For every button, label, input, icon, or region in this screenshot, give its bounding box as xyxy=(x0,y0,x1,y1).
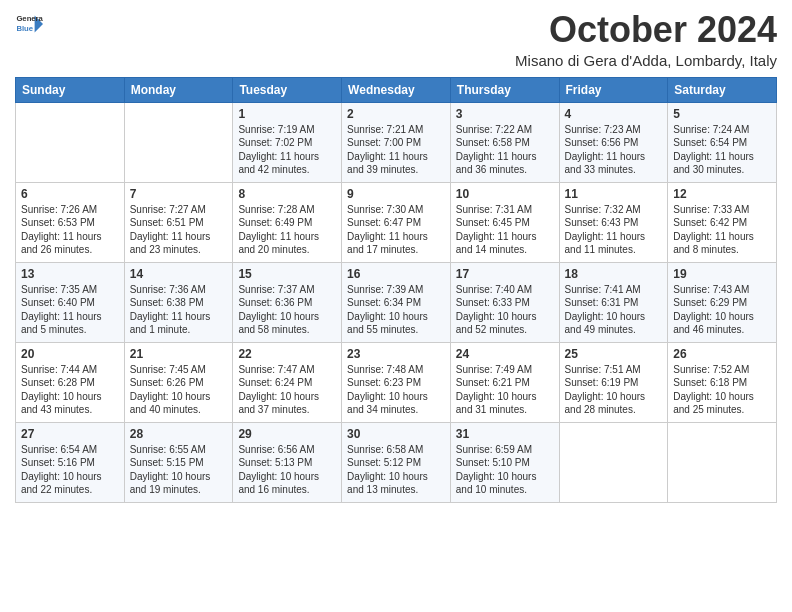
calendar-cell: 22Sunrise: 7:47 AMSunset: 6:24 PMDayligh… xyxy=(233,342,342,422)
svg-text:Blue: Blue xyxy=(16,24,33,33)
day-number: 5 xyxy=(673,107,771,121)
calendar-cell: 17Sunrise: 7:40 AMSunset: 6:33 PMDayligh… xyxy=(450,262,559,342)
calendar-cell: 25Sunrise: 7:51 AMSunset: 6:19 PMDayligh… xyxy=(559,342,668,422)
day-info: Sunrise: 7:41 AMSunset: 6:31 PMDaylight:… xyxy=(565,283,663,337)
calendar-cell: 5Sunrise: 7:24 AMSunset: 6:54 PMDaylight… xyxy=(668,102,777,182)
calendar-cell: 2Sunrise: 7:21 AMSunset: 7:00 PMDaylight… xyxy=(342,102,451,182)
day-info: Sunrise: 7:43 AMSunset: 6:29 PMDaylight:… xyxy=(673,283,771,337)
day-info: Sunrise: 7:21 AMSunset: 7:00 PMDaylight:… xyxy=(347,123,445,177)
day-info: Sunrise: 7:19 AMSunset: 7:02 PMDaylight:… xyxy=(238,123,336,177)
logo: General Blue xyxy=(15,10,47,38)
day-info: Sunrise: 7:48 AMSunset: 6:23 PMDaylight:… xyxy=(347,363,445,417)
day-info: Sunrise: 7:24 AMSunset: 6:54 PMDaylight:… xyxy=(673,123,771,177)
calendar-cell: 20Sunrise: 7:44 AMSunset: 6:28 PMDayligh… xyxy=(16,342,125,422)
day-number: 18 xyxy=(565,267,663,281)
calendar-cell: 7Sunrise: 7:27 AMSunset: 6:51 PMDaylight… xyxy=(124,182,233,262)
day-number: 31 xyxy=(456,427,554,441)
calendar-cell: 30Sunrise: 6:58 AMSunset: 5:12 PMDayligh… xyxy=(342,422,451,502)
calendar-cell xyxy=(559,422,668,502)
title-area: October 2024 Misano di Gera d'Adda, Lomb… xyxy=(515,10,777,69)
svg-text:General: General xyxy=(16,14,43,23)
day-info: Sunrise: 7:26 AMSunset: 6:53 PMDaylight:… xyxy=(21,203,119,257)
day-number: 10 xyxy=(456,187,554,201)
calendar-cell: 1Sunrise: 7:19 AMSunset: 7:02 PMDaylight… xyxy=(233,102,342,182)
day-number: 22 xyxy=(238,347,336,361)
day-info: Sunrise: 7:52 AMSunset: 6:18 PMDaylight:… xyxy=(673,363,771,417)
day-number: 20 xyxy=(21,347,119,361)
day-info: Sunrise: 7:27 AMSunset: 6:51 PMDaylight:… xyxy=(130,203,228,257)
location: Misano di Gera d'Adda, Lombardy, Italy xyxy=(515,52,777,69)
calendar-table: SundayMondayTuesdayWednesdayThursdayFrid… xyxy=(15,77,777,503)
calendar-cell: 29Sunrise: 6:56 AMSunset: 5:13 PMDayligh… xyxy=(233,422,342,502)
day-info: Sunrise: 7:51 AMSunset: 6:19 PMDaylight:… xyxy=(565,363,663,417)
day-info: Sunrise: 7:33 AMSunset: 6:42 PMDaylight:… xyxy=(673,203,771,257)
column-header-friday: Friday xyxy=(559,77,668,102)
calendar-cell xyxy=(668,422,777,502)
day-info: Sunrise: 7:22 AMSunset: 6:58 PMDaylight:… xyxy=(456,123,554,177)
column-header-saturday: Saturday xyxy=(668,77,777,102)
day-number: 29 xyxy=(238,427,336,441)
day-number: 6 xyxy=(21,187,119,201)
day-number: 11 xyxy=(565,187,663,201)
calendar-cell xyxy=(16,102,125,182)
day-info: Sunrise: 7:23 AMSunset: 6:56 PMDaylight:… xyxy=(565,123,663,177)
day-info: Sunrise: 7:39 AMSunset: 6:34 PMDaylight:… xyxy=(347,283,445,337)
calendar-cell: 11Sunrise: 7:32 AMSunset: 6:43 PMDayligh… xyxy=(559,182,668,262)
calendar-cell: 21Sunrise: 7:45 AMSunset: 6:26 PMDayligh… xyxy=(124,342,233,422)
calendar-cell: 27Sunrise: 6:54 AMSunset: 5:16 PMDayligh… xyxy=(16,422,125,502)
day-number: 15 xyxy=(238,267,336,281)
day-number: 25 xyxy=(565,347,663,361)
day-info: Sunrise: 7:31 AMSunset: 6:45 PMDaylight:… xyxy=(456,203,554,257)
day-number: 21 xyxy=(130,347,228,361)
calendar-cell: 16Sunrise: 7:39 AMSunset: 6:34 PMDayligh… xyxy=(342,262,451,342)
calendar-cell: 10Sunrise: 7:31 AMSunset: 6:45 PMDayligh… xyxy=(450,182,559,262)
page-header: General Blue October 2024 Misano di Gera… xyxy=(15,10,777,69)
day-number: 23 xyxy=(347,347,445,361)
day-number: 27 xyxy=(21,427,119,441)
day-info: Sunrise: 7:30 AMSunset: 6:47 PMDaylight:… xyxy=(347,203,445,257)
calendar-cell: 9Sunrise: 7:30 AMSunset: 6:47 PMDaylight… xyxy=(342,182,451,262)
day-number: 7 xyxy=(130,187,228,201)
column-header-thursday: Thursday xyxy=(450,77,559,102)
day-number: 2 xyxy=(347,107,445,121)
day-number: 16 xyxy=(347,267,445,281)
calendar-cell: 6Sunrise: 7:26 AMSunset: 6:53 PMDaylight… xyxy=(16,182,125,262)
day-info: Sunrise: 7:28 AMSunset: 6:49 PMDaylight:… xyxy=(238,203,336,257)
day-number: 8 xyxy=(238,187,336,201)
day-number: 30 xyxy=(347,427,445,441)
day-number: 17 xyxy=(456,267,554,281)
day-info: Sunrise: 6:56 AMSunset: 5:13 PMDaylight:… xyxy=(238,443,336,497)
calendar-cell: 19Sunrise: 7:43 AMSunset: 6:29 PMDayligh… xyxy=(668,262,777,342)
calendar-cell: 14Sunrise: 7:36 AMSunset: 6:38 PMDayligh… xyxy=(124,262,233,342)
calendar-cell: 24Sunrise: 7:49 AMSunset: 6:21 PMDayligh… xyxy=(450,342,559,422)
day-info: Sunrise: 7:36 AMSunset: 6:38 PMDaylight:… xyxy=(130,283,228,337)
day-number: 28 xyxy=(130,427,228,441)
day-number: 14 xyxy=(130,267,228,281)
column-header-tuesday: Tuesday xyxy=(233,77,342,102)
calendar-cell xyxy=(124,102,233,182)
day-info: Sunrise: 6:59 AMSunset: 5:10 PMDaylight:… xyxy=(456,443,554,497)
day-number: 4 xyxy=(565,107,663,121)
day-number: 26 xyxy=(673,347,771,361)
day-info: Sunrise: 7:40 AMSunset: 6:33 PMDaylight:… xyxy=(456,283,554,337)
calendar-cell: 23Sunrise: 7:48 AMSunset: 6:23 PMDayligh… xyxy=(342,342,451,422)
day-info: Sunrise: 7:44 AMSunset: 6:28 PMDaylight:… xyxy=(21,363,119,417)
day-info: Sunrise: 7:37 AMSunset: 6:36 PMDaylight:… xyxy=(238,283,336,337)
day-info: Sunrise: 6:58 AMSunset: 5:12 PMDaylight:… xyxy=(347,443,445,497)
day-info: Sunrise: 7:32 AMSunset: 6:43 PMDaylight:… xyxy=(565,203,663,257)
day-info: Sunrise: 7:45 AMSunset: 6:26 PMDaylight:… xyxy=(130,363,228,417)
day-info: Sunrise: 6:54 AMSunset: 5:16 PMDaylight:… xyxy=(21,443,119,497)
day-number: 19 xyxy=(673,267,771,281)
day-number: 9 xyxy=(347,187,445,201)
month-title: October 2024 xyxy=(515,10,777,50)
calendar-cell: 28Sunrise: 6:55 AMSunset: 5:15 PMDayligh… xyxy=(124,422,233,502)
day-number: 1 xyxy=(238,107,336,121)
day-info: Sunrise: 6:55 AMSunset: 5:15 PMDaylight:… xyxy=(130,443,228,497)
day-info: Sunrise: 7:47 AMSunset: 6:24 PMDaylight:… xyxy=(238,363,336,417)
day-number: 12 xyxy=(673,187,771,201)
calendar-cell: 18Sunrise: 7:41 AMSunset: 6:31 PMDayligh… xyxy=(559,262,668,342)
column-header-sunday: Sunday xyxy=(16,77,125,102)
calendar-cell: 26Sunrise: 7:52 AMSunset: 6:18 PMDayligh… xyxy=(668,342,777,422)
calendar-cell: 4Sunrise: 7:23 AMSunset: 6:56 PMDaylight… xyxy=(559,102,668,182)
column-header-monday: Monday xyxy=(124,77,233,102)
